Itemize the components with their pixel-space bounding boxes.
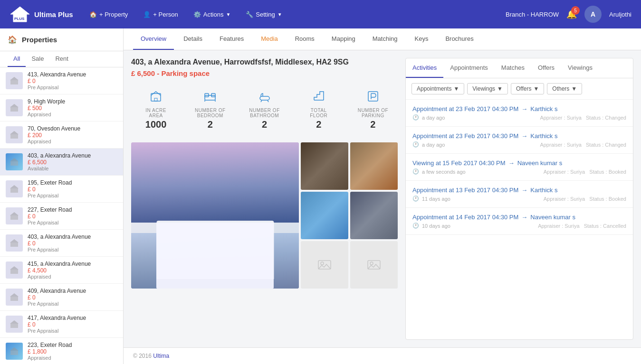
app-logo[interactable]: PLUS Ultima Plus [10, 6, 76, 23]
property-list-item[interactable]: 223, Exeter Road £ 1,800 Appraised [0, 338, 123, 364]
svg-rect-2 [10, 80, 18, 84]
activity-person[interactable]: Karthick s [530, 105, 557, 112]
activity-person[interactable]: Naveen kumar s [517, 159, 563, 167]
svg-rect-37 [368, 92, 378, 101]
sidebar-header: 🏠 Properties [0, 28, 123, 51]
prop-status: Appraised [28, 139, 117, 144]
stat-card-area: IN ACRE AREA 1000 [131, 85, 181, 135]
property-list-item[interactable]: 195, Exeter Road £ 0 Pre Appraisal [0, 176, 123, 203]
prop-thumbnail [6, 289, 23, 306]
right-tab-activities[interactable]: Activities [406, 58, 443, 78]
sidebar-tab-all[interactable]: All [8, 51, 26, 67]
svg-rect-8 [10, 161, 18, 166]
property-list-item[interactable]: 403, a Alexandra Avenue £ 6,500 Availabl… [0, 149, 123, 176]
branch-label: Branch - HARROW [506, 11, 559, 18]
activity-event: Viewing at 15 Feb 2017 04:30 PM [412, 159, 506, 167]
property-tab-brochures[interactable]: Brochures [438, 28, 481, 50]
activity-person[interactable]: Karthick s [530, 132, 557, 140]
activity-person[interactable]: Naveen kumar s [530, 214, 575, 221]
prop-price: £ 1,800 [28, 348, 117, 355]
activity-person[interactable]: Karthick s [530, 187, 557, 194]
filter-btn-others[interactable]: Others ▼ [547, 83, 582, 94]
svg-rect-4 [10, 107, 18, 112]
property-list-item[interactable]: 409, Alexandra Avenue £ 0 Pre Appraisal [0, 284, 123, 311]
prop-status: Pre Appraisal [28, 328, 117, 334]
photo-thumb-4[interactable] [350, 192, 398, 239]
filter-label: Others [552, 85, 569, 92]
activity-title[interactable]: Appointment at 14 Feb 2017 04:30 PM → Na… [412, 214, 626, 221]
svg-marker-17 [10, 266, 19, 270]
photo-thumb-1[interactable] [301, 142, 348, 190]
svg-line-34 [261, 100, 262, 102]
actions-button[interactable]: ⚙️ Actions ▼ [190, 9, 235, 20]
property-list-item[interactable]: 227, Exeter Road £ 0 Pre Appraisal [0, 203, 123, 230]
prop-address: 223, Exeter Road [28, 342, 117, 348]
right-tab-matches[interactable]: Matches [495, 58, 531, 78]
clock-icon: 🕐 [412, 114, 419, 121]
prop-price: £ 0 [28, 240, 117, 247]
property-tab-media[interactable]: Media [253, 28, 285, 50]
setting-button[interactable]: 🔧 Setting ▼ [242, 9, 286, 20]
right-tab-viewings[interactable]: Viewings [561, 58, 599, 78]
property-list-item[interactable]: 417, Alexandra Avenue £ 0 Pre Appraisal [0, 311, 123, 338]
user-name[interactable]: Aruljothi [609, 11, 631, 18]
stat-sublabel: AREA [134, 113, 178, 118]
photo-main[interactable] [131, 142, 299, 289]
property-tab-rooms[interactable]: Rooms [287, 28, 322, 50]
prop-address: 195, Exeter Road [28, 179, 117, 186]
stats-row: IN ACRE AREA 1000 NUMBER OF BEDROOM 2 NU… [131, 85, 398, 135]
stat-value: 2 [351, 119, 395, 130]
add-person-button[interactable]: 👤 + Person [139, 9, 182, 20]
sidebar-tab-sale[interactable]: Sale [26, 51, 49, 67]
property-list-item[interactable]: 413, Alexandra Avenue £ 0 Pre Appraisal [0, 67, 123, 94]
svg-rect-40 [368, 261, 380, 269]
photo-thumb-3[interactable] [301, 192, 348, 239]
prop-status: Available [28, 166, 117, 171]
notification-bell[interactable]: 🔔 5 [566, 9, 577, 19]
sidebar: 🏠 Properties All Sale Rent 413, Alexandr… [0, 28, 124, 364]
stat-sublabel: PARKING [351, 113, 395, 118]
prop-price: £ 0 [28, 186, 117, 193]
svg-rect-6 [10, 134, 18, 139]
footer-link[interactable]: Ultima [153, 353, 169, 359]
activity-title[interactable]: Appointment at 23 Feb 2017 04:30 PM → Ka… [412, 105, 626, 112]
prop-info: 70, Ovesdon Avenue £ 200 Appraised [28, 125, 117, 144]
photo-thumb-2[interactable] [350, 142, 398, 190]
activity-title[interactable]: Viewing at 15 Feb 2017 04:30 PM → Naveen… [412, 159, 626, 167]
svg-marker-15 [10, 239, 19, 243]
prop-thumbnail [6, 234, 23, 252]
property-list-item[interactable]: 70, Ovesdon Avenue £ 200 Appraised [0, 121, 123, 149]
property-tabs: OverviewDetailsFeaturesMediaRoomsMapping… [124, 28, 641, 50]
activity-title[interactable]: Appointment at 23 Feb 2017 04:30 PM → Ka… [412, 132, 626, 140]
activity-details: Appraiser : Suriya Status : Cancelled [538, 223, 626, 229]
svg-rect-18 [10, 296, 18, 301]
filter-btn-appointments[interactable]: Appointments ▼ [411, 83, 464, 94]
property-tab-matching[interactable]: Matching [365, 28, 405, 50]
property-list-item[interactable]: 9, High Worple £ 500 Appraised [0, 94, 123, 121]
add-property-button[interactable]: 🏠 + Property [86, 9, 132, 20]
property-tab-keys[interactable]: Keys [407, 28, 436, 50]
filter-caret: ▼ [533, 85, 539, 92]
property-tab-overview[interactable]: Overview [133, 28, 174, 50]
sidebar-tab-rent[interactable]: Rent [49, 51, 74, 67]
right-tab-appointments[interactable]: Appointments [443, 58, 495, 78]
filter-caret: ▼ [497, 85, 503, 92]
user-avatar[interactable]: A [584, 6, 602, 23]
photo-placeholder-1[interactable] [301, 241, 348, 289]
prop-status: Appraised [28, 112, 117, 117]
svg-rect-22 [10, 350, 18, 355]
property-tab-features[interactable]: Features [212, 28, 251, 50]
photo-placeholder-2[interactable] [350, 241, 398, 289]
property-tab-mapping[interactable]: Mapping [324, 28, 363, 50]
right-tab-offers[interactable]: Offers [531, 58, 561, 78]
prop-address: 403, a Alexandra Avenue [28, 233, 117, 240]
property-list-item[interactable]: 415, a Alexandra Avenue £ 4,500 Appraise… [0, 257, 123, 284]
filter-btn-offers[interactable]: Offers ▼ [511, 83, 544, 94]
property-tab-details[interactable]: Details [176, 28, 210, 50]
app-name: Ultima Plus [34, 10, 73, 19]
activity-details: Appraiser : Suriya Status : Booked [544, 196, 626, 202]
activity-title[interactable]: Appointment at 13 Feb 2017 04:30 PM → Ka… [412, 187, 626, 194]
filter-label: Offers [516, 85, 531, 92]
property-list-item[interactable]: 403, a Alexandra Avenue £ 0 Pre Appraisa… [0, 230, 123, 257]
filter-btn-viewings[interactable]: Viewings ▼ [467, 83, 508, 94]
